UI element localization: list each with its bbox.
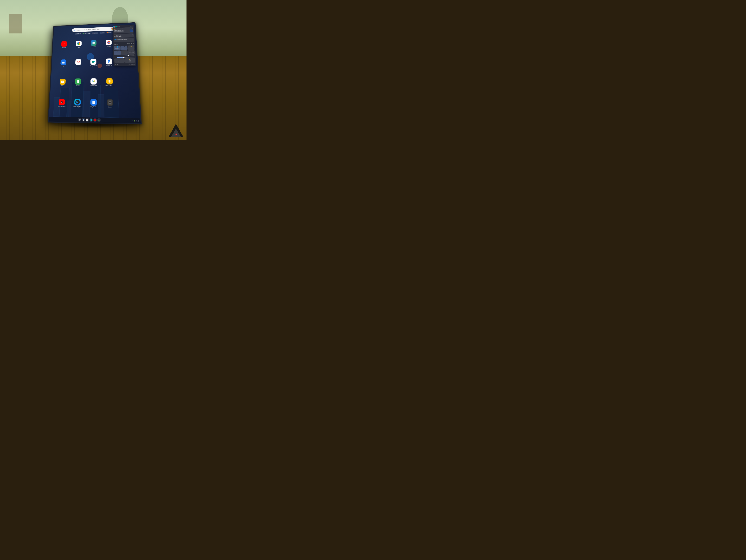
app-camera[interactable]: Camera bbox=[107, 99, 113, 108]
app-photos[interactable]: Photos bbox=[76, 40, 82, 48]
qs-screencapture-button[interactable]: ⬛ Screen capture bbox=[121, 50, 128, 55]
quick-caret-item[interactable]: Caret bbox=[99, 32, 105, 34]
settings-icon[interactable]: ⚙ bbox=[131, 43, 132, 45]
show-all-link[interactable]: Show all bbox=[130, 26, 133, 27]
search-bar[interactable]: G Search your device, apps, settings, we… bbox=[72, 27, 115, 32]
app-playbooks[interactable]: Play Books bbox=[90, 99, 97, 108]
quick-camera-item[interactable]: Camera bbox=[92, 32, 98, 34]
app-messages[interactable]: Messages bbox=[90, 40, 96, 48]
qs-vpn-button[interactable]: 🔒 VPN Off bbox=[125, 58, 135, 63]
gmail-label: Gmail bbox=[77, 65, 80, 67]
playbooks-icon bbox=[90, 99, 97, 106]
svg-rect-29 bbox=[109, 81, 110, 81]
ytmusic-icon bbox=[58, 99, 65, 106]
slides-icon bbox=[59, 79, 66, 85]
messages-icon bbox=[90, 40, 96, 46]
rotate-icon: ↻ bbox=[117, 51, 118, 53]
svg-rect-22 bbox=[77, 80, 79, 83]
quick-callofduty-item[interactable]: Call of Duty bbox=[83, 32, 91, 34]
battery-icon: 🔋 bbox=[134, 120, 136, 122]
notification-app-2: Call of Duty bbox=[116, 34, 132, 36]
app-gdrive[interactable]: Google Drive bbox=[90, 79, 97, 87]
settings-label: Settings bbox=[77, 33, 81, 34]
signout-label[interactable]: Sign out bbox=[114, 44, 118, 45]
qs-nearbyshare-button[interactable]: ⇧ Nearby share bbox=[128, 50, 135, 55]
youtube-label: YouTube bbox=[62, 47, 66, 48]
notification-card-callofduty[interactable]: Call of Duty 1d Maintain Control... bbox=[114, 33, 134, 38]
app-gkeep[interactable]: Google Keep - N... bbox=[105, 78, 115, 86]
qs-network-button[interactable]: 🌐 DuckDuck... More bbox=[114, 46, 121, 50]
volume-thumb[interactable] bbox=[123, 57, 124, 58]
mrd-notif-app-icon bbox=[115, 39, 116, 40]
quick-brave-item[interactable]: Brave bbox=[106, 32, 112, 33]
quick-settings-row-1: 🌐 DuckDuck... More ⦿ Bluetooth 🔔 Notific… bbox=[114, 46, 135, 50]
qs-autorotate-button[interactable]: ↻ Auto-rotate On bbox=[114, 51, 121, 55]
system-tray-icons: ▲ 🔋 2:42 bbox=[132, 120, 139, 122]
watermark bbox=[169, 124, 183, 137]
qs-network-label: DuckDuck... bbox=[115, 48, 119, 49]
qs-nightlight-button[interactable]: 🌙 Night Light bbox=[114, 58, 124, 63]
qs-bluetooth-button[interactable]: ⦿ Bluetooth bbox=[121, 46, 127, 50]
qs-bluetooth-label: Bluetooth bbox=[122, 48, 126, 49]
watermark-logo bbox=[169, 124, 183, 137]
qs-nearbyshare-label: Nearby share bbox=[129, 52, 134, 53]
app-slides[interactable]: Slides bbox=[59, 79, 66, 87]
notification-time-3: 4d bbox=[132, 39, 133, 39]
callofduty-notif-app-icon bbox=[114, 35, 116, 36]
taskbar-chrome[interactable] bbox=[82, 118, 85, 121]
taskbar-ytmusic[interactable] bbox=[93, 118, 97, 122]
app-gmail[interactable]: Gmail bbox=[75, 59, 81, 67]
app-gplay[interactable]: Google Play Mo... bbox=[73, 99, 82, 108]
qs-nightlight-label: Night Light bbox=[118, 61, 121, 62]
power-icon[interactable]: ⏻ bbox=[127, 43, 128, 45]
brightness-thumb[interactable] bbox=[127, 55, 129, 56]
app-files[interactable]: Files bbox=[60, 59, 66, 67]
laptop-shadow bbox=[53, 122, 134, 128]
app-youtube[interactable]: YouTube bbox=[61, 41, 67, 49]
taskbar-launcher[interactable] bbox=[78, 118, 81, 121]
gmeet-icon bbox=[90, 59, 96, 65]
gplay-label: Google Play Mo... bbox=[73, 106, 82, 108]
qs-notifications-button[interactable]: 🔔 Notifications Do not... bbox=[128, 46, 135, 50]
wifi-icon: ▲ bbox=[132, 120, 133, 122]
system-time: 2:42 bbox=[136, 120, 139, 122]
qs-vpn-sub: Off bbox=[130, 61, 131, 62]
system-panel: +2 more Show all Google Play Books 3h bbox=[113, 25, 137, 66]
status-battery: 84% bbox=[128, 64, 131, 65]
app-gchat[interactable]: Google Chat bbox=[106, 58, 112, 66]
notification-time-2: 1d bbox=[132, 34, 133, 35]
volume-icon: ♪ bbox=[115, 57, 116, 58]
chrome-icon bbox=[106, 40, 112, 46]
gchat-label: Google Chat bbox=[106, 65, 112, 66]
taskbar-play[interactable] bbox=[89, 118, 93, 122]
notification-time-1: 3h bbox=[132, 28, 133, 29]
notification-card-playbooks[interactable]: Google Play Books 3h Cytonic - Brandon S… bbox=[113, 27, 133, 33]
taskbar-photos[interactable] bbox=[97, 118, 101, 122]
app-gmeet[interactable]: Google Meet bbox=[90, 59, 97, 67]
watermark-red-dot bbox=[175, 134, 177, 135]
chevron-down-icon[interactable]: ∨ bbox=[133, 43, 134, 45]
quick-settings-row-3: 🌙 Night Light 🔒 VPN Off bbox=[114, 58, 135, 63]
vpn-icon: 🔒 bbox=[129, 59, 131, 60]
quick-settings-item[interactable]: Settings bbox=[75, 33, 81, 35]
app-ytmusic[interactable]: YouTube Music bbox=[58, 99, 66, 107]
app-chrome[interactable]: Chrome bbox=[106, 40, 112, 47]
svg-point-46 bbox=[80, 119, 80, 120]
settings-dot bbox=[76, 33, 77, 34]
notification-avatar-1 bbox=[130, 29, 133, 32]
slides-label: Slides bbox=[61, 85, 64, 87]
volume-slider-track[interactable] bbox=[117, 57, 135, 58]
notification-text-1: Cytonic - Brandon Sanderson Spensa's lif… bbox=[114, 30, 129, 33]
notification-card-mrd[interactable]: Microsoft Remote Desktop 4d Connected to… bbox=[114, 38, 134, 42]
lock-icon[interactable]: 🔒 bbox=[129, 43, 131, 45]
brightness-slider-track[interactable] bbox=[117, 55, 135, 56]
volume-fill bbox=[117, 57, 124, 58]
status-date: Sat, Dec 4 bbox=[115, 64, 119, 65]
brightness-fill bbox=[117, 56, 128, 56]
app-sheets[interactable]: Sheets bbox=[75, 79, 81, 86]
files-icon bbox=[60, 59, 66, 65]
taskbar-gmail[interactable] bbox=[86, 118, 89, 122]
status-battery-time: 84% 6:43 AM bbox=[128, 63, 135, 65]
app-grid: YouTube Photos bbox=[54, 34, 118, 114]
brave-label: Brave bbox=[109, 32, 111, 33]
